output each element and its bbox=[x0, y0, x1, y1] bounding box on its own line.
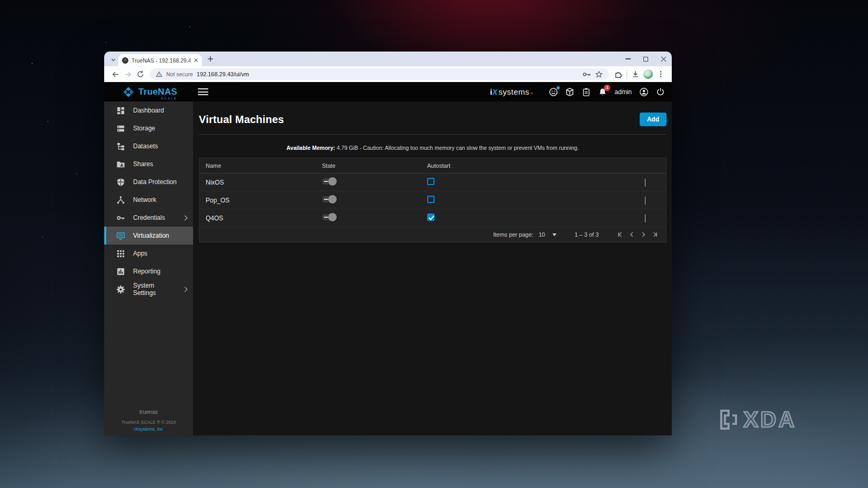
bookmark-star-icon[interactable] bbox=[595, 70, 603, 78]
notifications-bell-icon[interactable]: 1 bbox=[597, 87, 608, 97]
column-header-autostart: Autostart bbox=[427, 162, 645, 169]
add-vm-button[interactable]: Add bbox=[640, 113, 667, 126]
not-secure-label[interactable]: Not secure bbox=[166, 71, 193, 77]
app-header: TrueNASSCALE iXsystems™ bbox=[104, 82, 672, 101]
sidebar-item-storage[interactable]: Storage bbox=[104, 119, 193, 137]
title-divider bbox=[199, 134, 667, 135]
wallpaper-stars bbox=[32, 63, 33, 64]
state-toggle[interactable] bbox=[322, 196, 336, 202]
truenas-app: TrueNASSCALE iXsystems™ bbox=[104, 82, 672, 435]
profile-avatar[interactable] bbox=[642, 68, 654, 80]
network-hub-icon bbox=[116, 195, 125, 205]
vendor-link[interactable]: iXsystems, Inc bbox=[104, 426, 193, 432]
virtualization-monitor-icon bbox=[116, 231, 125, 240]
feedback-badge bbox=[556, 86, 560, 90]
state-toggle[interactable] bbox=[322, 214, 336, 220]
apps-grid-icon bbox=[116, 249, 125, 258]
browser-tabstrip: TrueNAS - 192.168.29.43 bbox=[104, 52, 672, 66]
tab-search-chevron-icon[interactable] bbox=[109, 55, 117, 64]
tab-close-icon[interactable] bbox=[194, 58, 198, 63]
chevron-right-icon bbox=[183, 287, 188, 292]
sidebar-item-system-settings[interactable]: System Settings bbox=[104, 280, 193, 298]
table-row[interactable]: Pop_OS bbox=[199, 191, 666, 209]
column-header-state: State bbox=[322, 162, 427, 169]
address-bar[interactable]: Not secure 192.168.29.43/ui/vm bbox=[150, 68, 609, 80]
vm-name: Pop_OS bbox=[199, 197, 322, 204]
expand-row-chevron-icon[interactable] bbox=[645, 197, 645, 205]
download-icon[interactable] bbox=[629, 68, 642, 80]
browser-window: TrueNAS - 192.168.29.43 bbox=[104, 52, 672, 435]
pagination-range: 1 – 3 of 3 bbox=[574, 231, 599, 238]
toolbar-divider bbox=[627, 70, 627, 78]
username-label: admin bbox=[614, 88, 632, 96]
power-icon[interactable] bbox=[655, 87, 665, 97]
key-icon bbox=[116, 213, 125, 222]
sidebar-item-apps[interactable]: Apps bbox=[104, 245, 193, 262]
first-page-icon[interactable] bbox=[614, 229, 626, 240]
sidebar-item-data-protection[interactable]: Data Protection bbox=[104, 173, 193, 191]
table-header-row: Name State Autostart bbox=[199, 158, 666, 174]
previous-page-icon[interactable] bbox=[626, 229, 638, 240]
chevron-right-icon bbox=[183, 215, 188, 220]
shield-icon bbox=[116, 177, 125, 187]
back-icon[interactable] bbox=[109, 68, 122, 80]
copyright-label: TrueNAS SCALE ® © 2024 bbox=[104, 420, 193, 425]
feedback-smiley-icon[interactable] bbox=[548, 87, 559, 97]
sidebar-footer: truenas TrueNAS SCALE ® © 2024 iXsystems… bbox=[104, 409, 193, 432]
jobs-clipboard-icon[interactable] bbox=[581, 87, 591, 97]
hostname-label: truenas bbox=[104, 409, 193, 415]
reload-icon[interactable] bbox=[134, 68, 147, 80]
bar-chart-icon bbox=[116, 267, 125, 276]
truenas-logo[interactable]: TrueNASSCALE bbox=[110, 86, 198, 98]
dashboard-icon bbox=[116, 106, 125, 115]
browser-tab[interactable]: TrueNAS - 192.168.29.43 bbox=[118, 54, 202, 66]
table-row[interactable]: NixOS bbox=[199, 174, 666, 191]
xda-watermark-text: XDA bbox=[743, 407, 796, 432]
sidebar: Dashboard Storage Datasets bbox=[104, 101, 193, 435]
truenas-logo-icon bbox=[122, 86, 135, 98]
items-per-page-select[interactable]: 10 bbox=[539, 231, 557, 238]
last-page-icon[interactable] bbox=[649, 229, 661, 240]
next-page-icon[interactable] bbox=[638, 229, 649, 240]
window-minimize-button[interactable] bbox=[625, 58, 631, 59]
notifications-badge: 1 bbox=[604, 85, 610, 91]
password-key-icon[interactable] bbox=[582, 71, 591, 78]
ixsystems-logo: iXsystems™ bbox=[490, 87, 533, 96]
url-text[interactable]: 192.168.29.43/ui/vm bbox=[197, 71, 579, 77]
autostart-checkbox[interactable] bbox=[427, 214, 435, 221]
xda-bracket-icon bbox=[718, 408, 738, 431]
column-header-name: Name bbox=[199, 162, 322, 169]
xda-watermark: XDA bbox=[718, 407, 796, 432]
sidebar-item-virtualization[interactable]: Virtualization bbox=[104, 227, 193, 245]
caret-down-icon bbox=[552, 233, 557, 236]
expand-row-chevron-icon[interactable] bbox=[645, 215, 645, 222]
state-toggle[interactable] bbox=[322, 178, 336, 185]
extensions-icon[interactable] bbox=[612, 68, 624, 80]
expand-row-chevron-icon[interactable] bbox=[645, 179, 645, 187]
sidebar-item-network[interactable]: Network bbox=[104, 191, 193, 209]
autostart-checkbox[interactable] bbox=[427, 196, 435, 203]
sidebar-item-dashboard[interactable]: Dashboard bbox=[104, 101, 193, 119]
tab-title: TrueNAS - 192.168.29.43 bbox=[132, 57, 190, 64]
vm-name: Q4OS bbox=[199, 215, 322, 222]
sidebar-item-datasets[interactable]: Datasets bbox=[104, 137, 193, 155]
sidebar-item-shares[interactable]: Shares bbox=[104, 155, 193, 173]
truecommand-cube-icon[interactable] bbox=[564, 87, 575, 97]
menu-hamburger-icon[interactable] bbox=[198, 88, 208, 95]
new-tab-button[interactable] bbox=[207, 56, 214, 62]
brand-name: TrueNASSCALE bbox=[138, 87, 177, 96]
available-memory-notice: Available Memory: 4.79 GiB - Caution: Al… bbox=[199, 145, 667, 151]
page-title: Virtual Machines bbox=[199, 114, 284, 126]
browser-menu-icon[interactable] bbox=[654, 68, 667, 80]
forward-icon[interactable] bbox=[122, 68, 134, 80]
table-row[interactable]: Q4OS bbox=[199, 209, 666, 227]
window-close-button[interactable] bbox=[661, 56, 667, 62]
sidebar-item-reporting[interactable]: Reporting bbox=[104, 262, 193, 280]
autostart-checkbox[interactable] bbox=[427, 178, 435, 185]
not-secure-warning-icon[interactable] bbox=[156, 71, 163, 77]
window-maximize-button[interactable] bbox=[643, 57, 648, 62]
main-content: Virtual Machines Add Available Memory: 4… bbox=[193, 101, 672, 435]
user-account-icon[interactable] bbox=[639, 87, 649, 97]
vm-name: NixOS bbox=[199, 179, 322, 186]
sidebar-item-credentials[interactable]: Credentials bbox=[104, 209, 193, 227]
